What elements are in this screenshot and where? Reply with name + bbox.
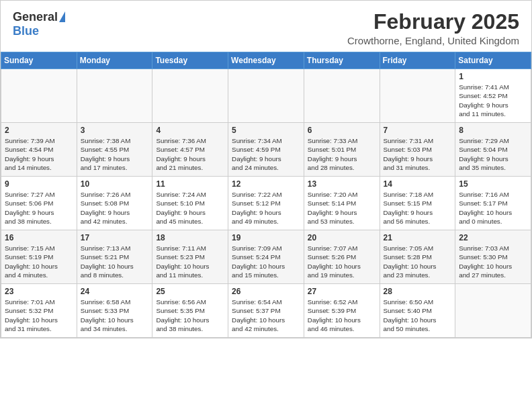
day-number: 18: [156, 233, 224, 242]
table-row: [152, 69, 228, 123]
day-info: Sunrise: 7:13 AMSunset: 5:21 PMDaylight:…: [81, 244, 149, 279]
table-row: 22Sunrise: 7:03 AMSunset: 5:30 PMDayligh…: [455, 230, 531, 284]
day-info: Sunrise: 7:29 AMSunset: 5:04 PMDaylight:…: [459, 136, 527, 172]
day-info: Sunrise: 7:20 AMSunset: 5:14 PMDaylight:…: [308, 190, 376, 226]
day-number: 5: [232, 126, 300, 135]
day-number: 21: [384, 233, 452, 242]
day-number: 7: [384, 126, 452, 135]
day-number: 14: [384, 179, 452, 189]
table-row: 11Sunrise: 7:24 AMSunset: 5:10 PMDayligh…: [152, 177, 228, 230]
day-info: Sunrise: 7:39 AMSunset: 4:54 PMDaylight:…: [5, 136, 73, 172]
table-row: 1Sunrise: 7:41 AMSunset: 4:52 PMDaylight…: [455, 69, 531, 123]
col-friday: Friday: [380, 52, 455, 69]
day-info: Sunrise: 7:26 AMSunset: 5:08 PMDaylight:…: [81, 190, 149, 226]
table-row: 18Sunrise: 7:11 AMSunset: 5:23 PMDayligh…: [152, 230, 228, 284]
table-row: 4Sunrise: 7:36 AMSunset: 4:57 PMDaylight…: [152, 123, 228, 177]
table-row: 23Sunrise: 7:01 AMSunset: 5:32 PMDayligh…: [1, 284, 77, 338]
logo-triangle-icon: [59, 11, 65, 22]
table-row: [304, 69, 380, 123]
day-number: 16: [5, 233, 73, 242]
calendar-week-row: 9Sunrise: 7:27 AMSunset: 5:06 PMDaylight…: [1, 177, 531, 230]
table-row: 27Sunrise: 6:52 AMSunset: 5:39 PMDayligh…: [304, 284, 380, 338]
calendar-table: Sunday Monday Tuesday Wednesday Thursday…: [1, 52, 531, 338]
location-subtitle: Crowthorne, England, United Kingdom: [347, 35, 519, 46]
day-number: 15: [459, 179, 527, 189]
day-info: Sunrise: 7:41 AMSunset: 4:52 PMDaylight:…: [459, 83, 527, 118]
table-row: [228, 69, 304, 123]
day-number: 20: [308, 233, 376, 242]
day-number: 1: [459, 72, 527, 81]
day-number: 3: [81, 126, 149, 135]
logo-blue-text: Blue: [13, 24, 39, 38]
day-info: Sunrise: 6:58 AMSunset: 5:33 PMDaylight:…: [81, 298, 149, 333]
col-sunday: Sunday: [1, 52, 77, 69]
col-wednesday: Wednesday: [228, 52, 304, 69]
table-row: 7Sunrise: 7:31 AMSunset: 5:03 PMDaylight…: [380, 123, 455, 177]
day-info: Sunrise: 7:09 AMSunset: 5:24 PMDaylight:…: [232, 244, 300, 279]
day-number: 27: [308, 287, 376, 296]
day-number: 19: [232, 233, 300, 242]
col-thursday: Thursday: [304, 52, 380, 69]
table-row: 21Sunrise: 7:05 AMSunset: 5:28 PMDayligh…: [380, 230, 455, 284]
table-row: 20Sunrise: 7:07 AMSunset: 5:26 PMDayligh…: [304, 230, 380, 284]
table-row: 13Sunrise: 7:20 AMSunset: 5:14 PMDayligh…: [304, 177, 380, 230]
table-row: [77, 69, 152, 123]
col-saturday: Saturday: [455, 52, 531, 69]
day-number: 28: [384, 287, 452, 296]
table-row: 25Sunrise: 6:56 AMSunset: 5:35 PMDayligh…: [152, 284, 228, 338]
day-number: 17: [81, 233, 149, 242]
table-row: 26Sunrise: 6:54 AMSunset: 5:37 PMDayligh…: [228, 284, 304, 338]
day-info: Sunrise: 6:52 AMSunset: 5:39 PMDaylight:…: [308, 298, 376, 333]
table-row: 6Sunrise: 7:33 AMSunset: 5:01 PMDaylight…: [304, 123, 380, 177]
calendar-week-row: 23Sunrise: 7:01 AMSunset: 5:32 PMDayligh…: [1, 284, 531, 338]
table-row: 19Sunrise: 7:09 AMSunset: 5:24 PMDayligh…: [228, 230, 304, 284]
day-number: 12: [232, 179, 300, 189]
table-row: 28Sunrise: 6:50 AMSunset: 5:40 PMDayligh…: [380, 284, 455, 338]
day-number: 26: [232, 287, 300, 296]
day-info: Sunrise: 7:11 AMSunset: 5:23 PMDaylight:…: [156, 244, 224, 279]
table-row: [1, 69, 77, 123]
day-number: 10: [81, 179, 149, 189]
day-info: Sunrise: 7:15 AMSunset: 5:19 PMDaylight:…: [5, 244, 73, 279]
day-info: Sunrise: 7:24 AMSunset: 5:10 PMDaylight:…: [156, 190, 224, 226]
col-monday: Monday: [77, 52, 152, 69]
day-info: Sunrise: 7:33 AMSunset: 5:01 PMDaylight:…: [308, 136, 376, 172]
table-row: [455, 284, 531, 338]
day-info: Sunrise: 6:50 AMSunset: 5:40 PMDaylight:…: [384, 298, 452, 333]
table-row: 14Sunrise: 7:18 AMSunset: 5:15 PMDayligh…: [380, 177, 455, 230]
table-row: 15Sunrise: 7:16 AMSunset: 5:17 PMDayligh…: [455, 177, 531, 230]
day-info: Sunrise: 7:36 AMSunset: 4:57 PMDaylight:…: [156, 136, 224, 172]
table-row: 12Sunrise: 7:22 AMSunset: 5:12 PMDayligh…: [228, 177, 304, 230]
calendar-week-row: 1Sunrise: 7:41 AMSunset: 4:52 PMDaylight…: [1, 69, 531, 123]
calendar-week-row: 2Sunrise: 7:39 AMSunset: 4:54 PMDaylight…: [1, 123, 531, 177]
calendar-week-row: 16Sunrise: 7:15 AMSunset: 5:19 PMDayligh…: [1, 230, 531, 284]
calendar-page: General Blue February 2025 Crowthorne, E…: [0, 0, 532, 338]
day-number: 4: [156, 126, 224, 135]
day-number: 9: [5, 179, 73, 189]
col-tuesday: Tuesday: [152, 52, 228, 69]
day-info: Sunrise: 7:01 AMSunset: 5:32 PMDaylight:…: [5, 298, 73, 333]
day-info: Sunrise: 7:27 AMSunset: 5:06 PMDaylight:…: [5, 190, 73, 226]
table-row: 3Sunrise: 7:38 AMSunset: 4:55 PMDaylight…: [77, 123, 152, 177]
day-number: 22: [459, 233, 527, 242]
calendar-header-row: Sunday Monday Tuesday Wednesday Thursday…: [1, 52, 531, 69]
table-row: 2Sunrise: 7:39 AMSunset: 4:54 PMDaylight…: [1, 123, 77, 177]
day-info: Sunrise: 7:05 AMSunset: 5:28 PMDaylight:…: [384, 244, 452, 279]
table-row: 8Sunrise: 7:29 AMSunset: 5:04 PMDaylight…: [455, 123, 531, 177]
day-number: 2: [5, 126, 73, 135]
day-info: Sunrise: 6:56 AMSunset: 5:35 PMDaylight:…: [156, 298, 224, 333]
day-info: Sunrise: 7:07 AMSunset: 5:26 PMDaylight:…: [308, 244, 376, 279]
day-info: Sunrise: 7:38 AMSunset: 4:55 PMDaylight:…: [81, 136, 149, 172]
table-row: 17Sunrise: 7:13 AMSunset: 5:21 PMDayligh…: [77, 230, 152, 284]
day-info: Sunrise: 7:03 AMSunset: 5:30 PMDaylight:…: [459, 244, 527, 279]
day-number: 25: [156, 287, 224, 296]
day-number: 23: [5, 287, 73, 296]
day-number: 24: [81, 287, 149, 296]
table-row: 24Sunrise: 6:58 AMSunset: 5:33 PMDayligh…: [77, 284, 152, 338]
logo-general-text: General: [13, 10, 58, 24]
day-info: Sunrise: 7:31 AMSunset: 5:03 PMDaylight:…: [384, 136, 452, 172]
day-info: Sunrise: 6:54 AMSunset: 5:37 PMDaylight:…: [232, 298, 300, 333]
day-info: Sunrise: 7:16 AMSunset: 5:17 PMDaylight:…: [459, 190, 527, 226]
header-right: February 2025 Crowthorne, England, Unite…: [347, 10, 519, 46]
day-number: 11: [156, 179, 224, 189]
